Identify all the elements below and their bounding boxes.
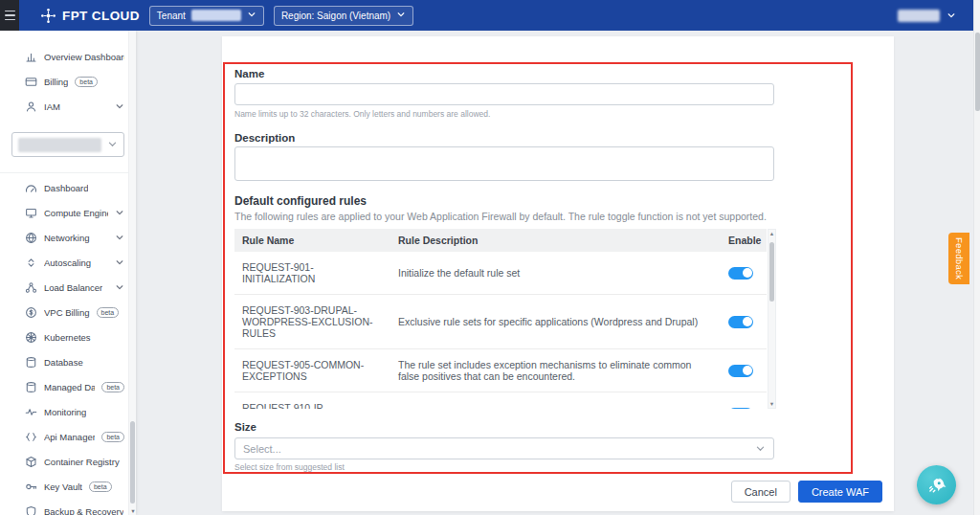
sidebar-scrollbar[interactable]: ▼ — [128, 31, 136, 515]
sidebar-item-load-balancer[interactable]: Load Balancer — [0, 275, 136, 300]
sidebar: Overview DashboardBillingbetaIAM Dashboa… — [0, 31, 136, 515]
sidebar-item-database[interactable]: Database — [0, 349, 136, 374]
tenant-select[interactable]: Tenant — [149, 6, 264, 26]
rule-row: REQUEST-905-COMMON-EXCEPTIONSThe rule se… — [234, 349, 767, 392]
rule-row: REQUEST-901-INITIALIZATIONInitialize the… — [234, 252, 767, 295]
database-icon — [25, 381, 37, 393]
sidebar-item-vpc-billing[interactable]: VPC Billingbeta — [0, 300, 136, 325]
column-header-rule-description: Rule Description — [390, 229, 721, 252]
toggle-knob — [743, 268, 752, 278]
description-input[interactable] — [234, 146, 774, 181]
autoscale-icon — [25, 257, 37, 269]
rule-enable-toggle[interactable] — [728, 365, 753, 377]
region-label: Region: Saigon (Vietnam) — [281, 11, 390, 21]
sidebar-item-overview-dashboard[interactable]: Overview Dashboard — [0, 44, 136, 69]
chevron-down-icon — [115, 233, 124, 242]
user-name-blurred — [898, 10, 940, 22]
page-scrollbar[interactable] — [973, 0, 980, 515]
rule-name: REQUEST-905-COMMON-EXCEPTIONS — [234, 349, 390, 392]
chevron-down-icon — [115, 282, 124, 292]
rule-enable-toggle[interactable] — [728, 267, 753, 280]
sidebar-item-label: Api Management — [44, 432, 95, 442]
name-label: Name — [234, 68, 264, 79]
rule-row: REQUEST-910-IP-REPUTATIONSet of rules to… — [234, 392, 767, 410]
sidebar-item-billing[interactable]: Billingbeta — [0, 69, 136, 94]
sidebar-item-dashboard[interactable]: Dashboard — [0, 175, 136, 200]
sidebar-item-label: Compute Engine — [44, 208, 108, 218]
sidebar-item-monitoring[interactable]: Monitoring — [0, 399, 136, 424]
brand-text: FPT CLOUD — [62, 9, 140, 23]
page-scrollbar-thumb[interactable] — [975, 33, 980, 111]
sidebar-item-iam[interactable]: IAM — [0, 94, 136, 119]
scroll-up-arrow-icon[interactable]: ▲ — [768, 231, 775, 236]
toggle-knob — [743, 366, 752, 375]
sidebar-item-key-vault[interactable]: Key Vaultbeta — [0, 474, 136, 499]
sidebar-item-label: Container Registry — [44, 457, 120, 467]
rule-enable-toggle[interactable] — [728, 408, 753, 409]
beta-badge: beta — [97, 307, 120, 318]
rules-scrollbar-thumb[interactable] — [769, 242, 774, 302]
sidebar-item-label: Overview Dashboard — [44, 52, 124, 62]
sidebar-item-container-registry[interactable]: Container Registry — [0, 449, 136, 474]
size-select[interactable]: Select... — [234, 437, 774, 459]
sidebar-item-networking[interactable]: Networking — [0, 225, 136, 250]
rules-header-row: Rule NameRule DescriptionEnable — [234, 229, 767, 252]
rule-description: Initialize the default rule set — [390, 252, 721, 295]
chevron-down-icon — [755, 440, 766, 458]
feedback-tab[interactable]: Feedback — [948, 233, 969, 284]
sidebar-scrollbar-thumb[interactable] — [130, 421, 135, 504]
name-input[interactable] — [234, 83, 774, 105]
scroll-down-arrow-icon[interactable]: ▼ — [768, 401, 775, 407]
project-name-blurred — [18, 138, 101, 152]
hamburger-menu-icon[interactable] — [0, 0, 19, 31]
user-icon — [25, 101, 37, 113]
rules-table-container: Rule NameRule DescriptionEnableREQUEST-9… — [234, 229, 776, 409]
sidebar-item-managed-database[interactable]: Managed Databasebeta — [0, 374, 136, 399]
rules-table: Rule NameRule DescriptionEnableREQUEST-9… — [234, 229, 767, 409]
sidebar-item-label: VPC Billing — [44, 307, 90, 318]
project-select[interactable] — [11, 132, 124, 157]
scroll-down-arrow-icon[interactable]: ▼ — [129, 508, 136, 514]
api-icon — [25, 431, 37, 443]
chevron-down-icon — [107, 139, 118, 149]
support-chat-button[interactable] — [917, 465, 956, 504]
tenant-value-blurred — [191, 10, 241, 21]
sidebar-item-label: Billing — [44, 77, 68, 87]
chevron-down-icon — [396, 10, 406, 21]
sidebar-item-label: Kubernetes — [44, 332, 91, 343]
sidebar-item-label: Managed Database — [44, 382, 95, 392]
database-icon — [25, 356, 37, 369]
sidebar-top-nav: Overview DashboardBillingbetaIAM — [0, 44, 136, 119]
cancel-button[interactable]: Cancel — [731, 481, 791, 503]
sidebar-item-api-management[interactable]: Api Managementbeta — [0, 424, 136, 449]
tenant-label: Tenant — [157, 11, 186, 21]
sidebar-item-compute-engine[interactable]: Compute Engine — [0, 200, 136, 225]
chevron-down-icon — [115, 208, 124, 217]
sidebar-item-label: Load Balancer — [44, 282, 102, 293]
rule-enable-toggle[interactable] — [728, 316, 753, 328]
rules-section-title: Default configured rules — [234, 194, 367, 208]
chevron-down-icon — [247, 10, 256, 19]
rules-table-scrollbar[interactable]: ▲ ▼ — [768, 229, 776, 409]
user-menu[interactable] — [898, 7, 956, 24]
column-header-rule-name: Rule Name — [234, 229, 390, 252]
sidebar-item-kubernetes[interactable]: Kubernetes — [0, 325, 136, 349]
beta-badge: beta — [101, 382, 124, 392]
sidebar-item-backup-recovery[interactable]: Backup & Recovery — [0, 499, 136, 515]
rule-name: REQUEST-901-INITIALIZATION — [234, 252, 390, 295]
globe-icon — [25, 232, 37, 244]
chevron-down-icon — [247, 10, 256, 21]
chevron-down-icon — [947, 7, 956, 24]
main-content: Name Name limits up to 32 characters. On… — [136, 31, 973, 515]
sidebar-item-label: IAM — [44, 101, 60, 112]
top-bar: FPT CLOUD Tenant Region: Saigon (Vietnam… — [0, 0, 973, 31]
create-waf-button[interactable]: Create WAF — [798, 481, 882, 503]
region-select[interactable]: Region: Saigon (Vietnam) — [274, 6, 413, 26]
sidebar-main-nav: DashboardCompute EngineNetworkingAutosca… — [0, 172, 136, 515]
chevron-down-icon — [107, 136, 118, 153]
fpt-cloud-logo: FPT CLOUD — [40, 8, 140, 24]
sidebar-item-label: Dashboard — [44, 183, 88, 193]
beta-badge: beta — [89, 481, 112, 492]
sidebar-item-autoscaling[interactable]: Autoscaling — [0, 250, 136, 275]
description-label: Description — [234, 132, 295, 144]
